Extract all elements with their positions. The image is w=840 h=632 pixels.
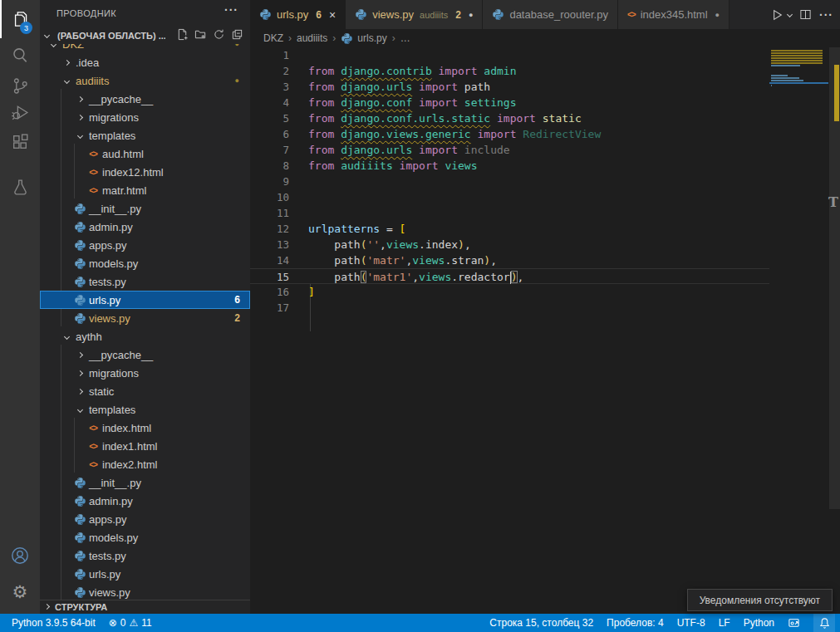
- settings-gear-icon[interactable]: ⚙: [0, 575, 40, 610]
- code-area[interactable]: 12from django.contrib import admin3from …: [250, 47, 769, 330]
- code-line[interactable]: 8from audiiits import views: [250, 158, 769, 174]
- tree-item-index2-html[interactable]: <>index2.html: [40, 455, 250, 473]
- tab-urls-py[interactable]: urls.py 6 ×: [250, 0, 346, 29]
- testing-icon[interactable]: [0, 169, 40, 204]
- notifications-bell-icon[interactable]: [813, 614, 835, 632]
- code-line[interactable]: 5from django.conf.urls.static import sta…: [250, 110, 769, 126]
- code-line[interactable]: 13 path('',views.index),: [250, 237, 769, 252]
- tree-item-apps-py[interactable]: apps.py: [40, 510, 250, 528]
- run-dropdown-chevron-icon[interactable]: [787, 12, 793, 17]
- python-file-icon: [73, 532, 86, 544]
- tab-database-roouter-py[interactable]: database_roouter.py: [483, 0, 618, 29]
- activity-bar: 3 ⚙: [0, 0, 40, 614]
- tree-item-admin-py[interactable]: admin.py: [40, 492, 250, 510]
- tree-item-tests-py[interactable]: tests.py: [40, 272, 250, 291]
- account-icon[interactable]: [0, 538, 40, 573]
- tree-item-static[interactable]: static: [40, 382, 250, 400]
- tree-item-migrations[interactable]: migrations: [40, 108, 250, 126]
- tree-item-dkz[interactable]: DKZ●: [40, 44, 250, 53]
- tree-item--idea[interactable]: .idea: [40, 53, 250, 71]
- tree-item-label: static: [89, 385, 114, 398]
- tree-item-audiiits[interactable]: audiiits●: [40, 71, 250, 90]
- tree-item-index12-html[interactable]: <>index12.html: [40, 163, 250, 181]
- tree-item-apps-py[interactable]: apps.py: [40, 236, 250, 254]
- encoding-status[interactable]: UTF-8: [677, 617, 705, 629]
- tree-item-label: models.py: [89, 257, 138, 270]
- tree-item--pycache-[interactable]: __pycache__: [40, 345, 250, 364]
- code-line[interactable]: 15 path('matr1',views.redactor),: [250, 268, 769, 284]
- indentation-status[interactable]: Пробелов: 4: [607, 617, 664, 629]
- modified-dot-icon[interactable]: ●: [469, 11, 473, 19]
- python-interpreter-status[interactable]: Python 3.9.5 64-bit: [12, 617, 96, 629]
- tree-item-matr-html[interactable]: <>matr.html: [40, 181, 250, 199]
- code-line[interactable]: 2from django.contrib import admin: [250, 63, 769, 79]
- language-mode-status[interactable]: Python: [744, 617, 774, 629]
- cursor-position-status[interactable]: Строка 15, столбец 32: [489, 617, 593, 629]
- tree-item--init-py[interactable]: __init__.py: [40, 473, 250, 492]
- tree-item-views-py[interactable]: views.py2: [40, 309, 250, 327]
- workspace-section-header[interactable]: (РАБОЧАЯ ОБЛАСТЬ) ...: [40, 27, 250, 44]
- more-actions-icon[interactable]: ···: [224, 3, 238, 17]
- code-line[interactable]: 7from django.urls import include: [250, 142, 769, 158]
- code-line[interactable]: 6from django.views.generic import Redire…: [250, 126, 769, 142]
- code-line[interactable]: 10: [250, 189, 769, 205]
- chevron-down-icon: [60, 79, 73, 83]
- tree-item-urls-py[interactable]: urls.py: [40, 565, 250, 583]
- structure-section-header[interactable]: СТРУКТУРА: [40, 600, 250, 613]
- problems-status[interactable]: ⊗ 0 ⚠ 11: [109, 617, 152, 629]
- more-actions-icon[interactable]: ···: [819, 8, 833, 22]
- extensions-icon[interactable]: [0, 125, 40, 159]
- tree-item-models-py[interactable]: models.py: [40, 528, 250, 546]
- tab-views-py[interactable]: views.py audiiits 2 ●: [346, 0, 483, 29]
- code-line[interactable]: 1: [250, 47, 769, 63]
- close-icon[interactable]: ×: [329, 8, 336, 22]
- new-file-icon[interactable]: [176, 28, 189, 41]
- code-line[interactable]: 11: [250, 205, 769, 221]
- chevron-down-icon: [73, 134, 86, 138]
- code-line[interactable]: 16]: [250, 284, 769, 300]
- minimap-line: [771, 80, 803, 81]
- breadcrumb-item[interactable]: DKZ: [263, 32, 283, 44]
- tree-item-label: aud.html: [102, 148, 144, 160]
- tree-item-tests-py[interactable]: tests.py: [40, 546, 250, 565]
- tab-index345-html[interactable]: <> index345.html ●: [618, 0, 729, 29]
- split-editor-icon[interactable]: [799, 8, 812, 21]
- tree-item-index1-html[interactable]: <>index1.html: [40, 437, 250, 455]
- tree-item-urls-py[interactable]: urls.py6: [40, 291, 250, 309]
- breadcrumb-item[interactable]: audiiits: [297, 32, 327, 44]
- run-button[interactable]: [770, 8, 784, 22]
- tree-item-label: admin.py: [89, 221, 133, 233]
- breadcrumb-item[interactable]: urls.py: [357, 32, 386, 44]
- python-file-icon: [73, 239, 86, 252]
- code-line[interactable]: 4from django.conf import settings: [250, 95, 769, 110]
- code-line[interactable]: 9: [250, 174, 769, 189]
- tree-item-models-py[interactable]: models.py: [40, 254, 250, 272]
- tree-item-label: templates: [89, 404, 135, 416]
- tree-item-views-py[interactable]: views.py: [40, 583, 250, 600]
- notifications-toast[interactable]: Уведомления отсутствуют: [687, 589, 833, 611]
- tree-item--pycache-[interactable]: __pycache__: [40, 90, 250, 108]
- modified-dot-icon[interactable]: ●: [715, 11, 720, 19]
- tree-item--init-py[interactable]: __init__.py: [40, 199, 250, 218]
- minimap[interactable]: [769, 47, 828, 97]
- feedback-icon[interactable]: [788, 617, 800, 630]
- code-line[interactable]: 3from django.urls import path: [250, 79, 769, 95]
- tree-item-index-html[interactable]: <>index.html: [40, 419, 250, 437]
- code-line[interactable]: 17: [250, 300, 769, 316]
- tree-item-templates[interactable]: templates: [40, 400, 250, 419]
- new-folder-icon[interactable]: [194, 28, 207, 41]
- code-line[interactable]: 12urlpatterns = [: [250, 221, 769, 237]
- code-line[interactable]: 14 path('matr',views.stran),: [250, 252, 769, 268]
- tree-item-admin-py[interactable]: admin.py: [40, 218, 250, 236]
- chevron-right-icon: [73, 353, 86, 357]
- breadcrumb-item[interactable]: …: [400, 32, 410, 44]
- eol-status[interactable]: LF: [719, 617, 730, 629]
- explorer-icon[interactable]: 3: [0, 2, 40, 37]
- tree-item-aythh[interactable]: aythh: [40, 327, 250, 345]
- tree-item-migrations[interactable]: migrations: [40, 364, 250, 382]
- tree-item-aud-html[interactable]: <>aud.html: [40, 145, 250, 163]
- refresh-icon[interactable]: [213, 28, 225, 41]
- collapse-all-icon[interactable]: [231, 28, 243, 41]
- tree-item-label: apps.py: [89, 239, 127, 252]
- tree-item-templates[interactable]: templates: [40, 126, 250, 145]
